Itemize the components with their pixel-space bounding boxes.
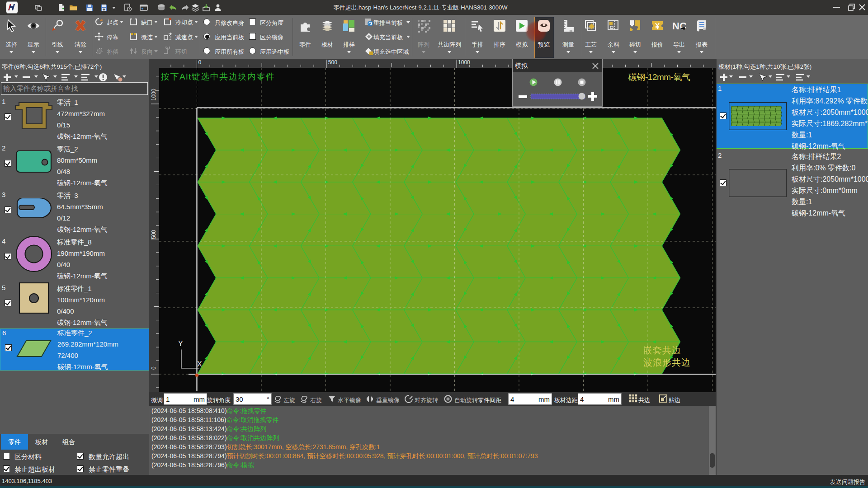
svg-text:0: 0 — [151, 366, 157, 370]
svg-text:1000: 1000 — [458, 59, 470, 66]
svg-text:0: 0 — [198, 59, 202, 66]
svg-text:500: 500 — [328, 59, 337, 66]
svg-text:1000: 1000 — [151, 89, 157, 101]
svg-text:500: 500 — [151, 230, 157, 239]
